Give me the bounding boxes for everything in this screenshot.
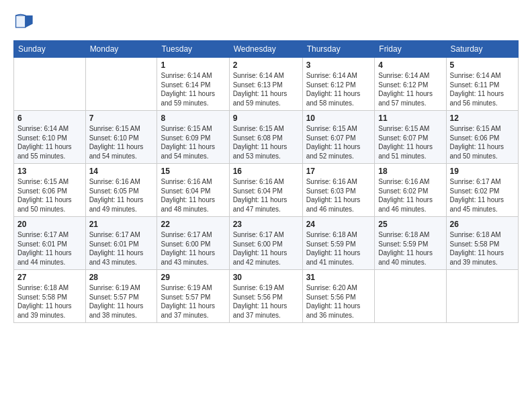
day-number: 20 [17,220,82,229]
cell-info: Sunrise: 6:17 AM Sunset: 6:02 PM Dayligh… [450,177,515,214]
calendar-cell: 29Sunrise: 6:19 AM Sunset: 5:57 PM Dayli… [157,270,229,323]
day-number: 12 [450,113,515,123]
day-number: 21 [89,220,154,229]
calendar-cell: 8Sunrise: 6:15 AM Sunset: 6:09 PM Daylig… [157,111,229,164]
calendar-cell: 18Sunrise: 6:16 AM Sunset: 6:02 PM Dayli… [375,164,446,217]
calendar-cell: 19Sunrise: 6:17 AM Sunset: 6:02 PM Dayli… [446,164,518,217]
calendar-cell [446,270,518,323]
day-number: 30 [233,273,299,282]
cell-info: Sunrise: 6:17 AM Sunset: 6:00 PM Dayligh… [161,230,225,267]
calendar-weekday-friday: Friday [375,41,446,58]
calendar-cell: 14Sunrise: 6:16 AM Sunset: 6:05 PM Dayli… [85,164,157,217]
header [13,11,519,32]
calendar-weekday-tuesday: Tuesday [157,41,229,58]
calendar-cell: 15Sunrise: 6:16 AM Sunset: 6:04 PM Dayli… [157,164,229,217]
day-number: 8 [161,113,225,123]
calendar-cell [85,58,157,111]
calendar-weekday-monday: Monday [85,41,157,58]
day-number: 17 [306,167,371,176]
cell-info: Sunrise: 6:14 AM Sunset: 6:13 PM Dayligh… [233,71,299,107]
calendar-weekday-saturday: Saturday [446,41,518,58]
calendar-cell: 17Sunrise: 6:16 AM Sunset: 6:03 PM Dayli… [302,164,375,217]
calendar-week-row: 27Sunrise: 6:18 AM Sunset: 5:58 PM Dayli… [14,270,519,323]
day-number: 26 [450,220,515,229]
calendar-cell: 31Sunrise: 6:20 AM Sunset: 5:56 PM Dayli… [302,270,375,323]
day-number: 3 [306,60,371,70]
cell-info: Sunrise: 6:18 AM Sunset: 5:59 PM Dayligh… [306,230,371,267]
day-number: 25 [378,220,442,229]
calendar-week-row: 1Sunrise: 6:14 AM Sunset: 6:14 PM Daylig… [14,58,519,111]
day-number: 22 [161,220,225,229]
day-number: 19 [450,167,515,176]
day-number: 24 [306,220,371,229]
cell-info: Sunrise: 6:18 AM Sunset: 5:58 PM Dayligh… [17,283,82,320]
cell-info: Sunrise: 6:19 AM Sunset: 5:57 PM Dayligh… [161,283,225,320]
day-number: 14 [89,167,154,176]
calendar-cell: 20Sunrise: 6:17 AM Sunset: 6:01 PM Dayli… [14,217,86,270]
cell-info: Sunrise: 6:18 AM Sunset: 5:59 PM Dayligh… [378,230,442,267]
cell-info: Sunrise: 6:19 AM Sunset: 5:56 PM Dayligh… [233,283,299,320]
page: SundayMondayTuesdayWednesdayThursdayFrid… [0,0,532,411]
calendar-week-row: 13Sunrise: 6:15 AM Sunset: 6:06 PM Dayli… [14,164,519,217]
day-number: 23 [233,220,299,229]
calendar-cell: 13Sunrise: 6:15 AM Sunset: 6:06 PM Dayli… [14,164,86,217]
calendar-week-row: 20Sunrise: 6:17 AM Sunset: 6:01 PM Dayli… [14,217,519,270]
calendar-cell: 10Sunrise: 6:15 AM Sunset: 6:07 PM Dayli… [302,111,375,164]
cell-info: Sunrise: 6:16 AM Sunset: 6:02 PM Dayligh… [378,177,442,214]
calendar-cell: 1Sunrise: 6:14 AM Sunset: 6:14 PM Daylig… [157,58,229,111]
cell-info: Sunrise: 6:16 AM Sunset: 6:04 PM Dayligh… [161,177,225,214]
cell-info: Sunrise: 6:16 AM Sunset: 6:04 PM Dayligh… [233,177,299,214]
day-number: 31 [306,273,371,282]
calendar-cell: 25Sunrise: 6:18 AM Sunset: 5:59 PM Dayli… [375,217,446,270]
cell-info: Sunrise: 6:16 AM Sunset: 6:03 PM Dayligh… [306,177,371,214]
calendar-cell: 2Sunrise: 6:14 AM Sunset: 6:13 PM Daylig… [229,58,302,111]
cell-info: Sunrise: 6:15 AM Sunset: 6:06 PM Dayligh… [450,124,515,161]
day-number: 27 [17,273,82,282]
calendar-cell [375,270,446,323]
calendar-header-row: SundayMondayTuesdayWednesdayThursdayFrid… [14,41,519,58]
day-number: 5 [450,60,515,70]
cell-info: Sunrise: 6:17 AM Sunset: 6:00 PM Dayligh… [233,230,299,267]
cell-info: Sunrise: 6:15 AM Sunset: 6:10 PM Dayligh… [89,124,154,161]
calendar-cell: 27Sunrise: 6:18 AM Sunset: 5:58 PM Dayli… [14,270,86,323]
day-number: 18 [378,167,442,176]
calendar-cell: 3Sunrise: 6:14 AM Sunset: 6:12 PM Daylig… [302,58,375,111]
calendar-cell [14,58,86,111]
day-number: 16 [233,167,299,176]
day-number: 6 [17,113,82,123]
calendar-cell: 7Sunrise: 6:15 AM Sunset: 6:10 PM Daylig… [85,111,157,164]
cell-info: Sunrise: 6:17 AM Sunset: 6:01 PM Dayligh… [89,230,154,267]
cell-info: Sunrise: 6:16 AM Sunset: 6:05 PM Dayligh… [89,177,154,214]
calendar-cell: 30Sunrise: 6:19 AM Sunset: 5:56 PM Dayli… [229,270,302,323]
calendar-weekday-thursday: Thursday [302,41,375,58]
calendar-cell: 6Sunrise: 6:14 AM Sunset: 6:10 PM Daylig… [14,111,86,164]
day-number: 10 [306,113,371,123]
cell-info: Sunrise: 6:15 AM Sunset: 6:09 PM Dayligh… [161,124,225,161]
calendar-cell: 23Sunrise: 6:17 AM Sunset: 6:00 PM Dayli… [229,217,302,270]
cell-info: Sunrise: 6:15 AM Sunset: 6:07 PM Dayligh… [306,124,371,161]
cell-info: Sunrise: 6:14 AM Sunset: 6:11 PM Dayligh… [450,71,515,107]
cell-info: Sunrise: 6:15 AM Sunset: 6:08 PM Dayligh… [233,124,299,161]
calendar-cell: 4Sunrise: 6:14 AM Sunset: 6:12 PM Daylig… [375,58,446,111]
calendar-cell: 16Sunrise: 6:16 AM Sunset: 6:04 PM Dayli… [229,164,302,217]
cell-info: Sunrise: 6:14 AM Sunset: 6:10 PM Dayligh… [17,124,82,161]
calendar-cell: 22Sunrise: 6:17 AM Sunset: 6:00 PM Dayli… [157,217,229,270]
generalblue-logo-icon [13,11,35,32]
cell-info: Sunrise: 6:18 AM Sunset: 5:58 PM Dayligh… [450,230,515,267]
calendar-cell: 24Sunrise: 6:18 AM Sunset: 5:59 PM Dayli… [302,217,375,270]
day-number: 2 [233,60,299,70]
cell-info: Sunrise: 6:20 AM Sunset: 5:56 PM Dayligh… [306,283,371,320]
day-number: 11 [378,113,442,123]
cell-info: Sunrise: 6:19 AM Sunset: 5:57 PM Dayligh… [89,283,154,320]
day-number: 7 [89,113,154,123]
calendar-table: SundayMondayTuesdayWednesdayThursdayFrid… [13,40,519,323]
cell-info: Sunrise: 6:14 AM Sunset: 6:14 PM Dayligh… [161,71,225,107]
day-number: 13 [17,167,82,176]
calendar-cell: 11Sunrise: 6:15 AM Sunset: 6:07 PM Dayli… [375,111,446,164]
calendar-cell: 28Sunrise: 6:19 AM Sunset: 5:57 PM Dayli… [85,270,157,323]
cell-info: Sunrise: 6:15 AM Sunset: 6:07 PM Dayligh… [378,124,442,161]
day-number: 29 [161,273,225,282]
calendar-cell: 12Sunrise: 6:15 AM Sunset: 6:06 PM Dayli… [446,111,518,164]
cell-info: Sunrise: 6:14 AM Sunset: 6:12 PM Dayligh… [378,71,442,107]
day-number: 28 [89,273,154,282]
